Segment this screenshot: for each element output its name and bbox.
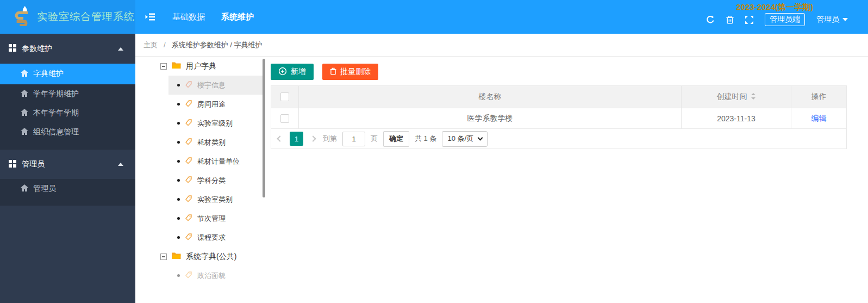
- tree-item-course-requirement[interactable]: 课程要求: [168, 228, 263, 247]
- refresh-icon[interactable]: [706, 15, 715, 24]
- bullet-icon: [177, 217, 180, 220]
- clear-cache-trash-icon[interactable]: [726, 15, 734, 24]
- top-menu: 基础数据 系统维护: [135, 0, 262, 34]
- column-header-created-time[interactable]: 创建时间: [681, 86, 791, 108]
- total-count-label: 共 1 条: [415, 134, 436, 144]
- edit-link[interactable]: 编辑: [811, 114, 827, 123]
- sidebar-item-current-year-term[interactable]: 本年学年学期: [0, 103, 135, 122]
- column-label: 创建时间: [717, 92, 747, 102]
- tree-item-consumable-category[interactable]: 耗材类别: [168, 133, 263, 152]
- user-name: 管理员: [816, 15, 839, 24]
- tree-item-lab-category[interactable]: 实验室类别: [168, 190, 263, 209]
- bullet-icon: [177, 274, 180, 277]
- tree-item-label: 课程要求: [197, 233, 226, 243]
- folder-icon: [172, 61, 181, 71]
- sort-icon[interactable]: [751, 92, 756, 102]
- tag-icon: [185, 214, 192, 223]
- column-label: 楼名称: [479, 92, 502, 102]
- column-header-action: 操作: [791, 86, 846, 108]
- tab-basic-data[interactable]: 基础数据: [164, 12, 213, 22]
- logo-icon: [13, 5, 32, 28]
- bullet-icon: [177, 179, 180, 182]
- home-icon: [21, 184, 28, 193]
- table-header-row: 楼名称 创建时间 操作: [271, 86, 846, 108]
- confirm-page-button[interactable]: 确定: [383, 131, 409, 147]
- tag-icon: [185, 233, 192, 242]
- column-label: 操作: [811, 92, 827, 102]
- tree-item-building-info[interactable]: 楼宇信息: [168, 76, 263, 95]
- prev-page-icon[interactable]: [276, 137, 284, 141]
- collapse-sidebar-icon[interactable]: [145, 13, 155, 21]
- fullscreen-icon[interactable]: [745, 16, 753, 24]
- tree-group-user-dict[interactable]: 用户字典: [160, 57, 266, 76]
- tag-icon: [185, 195, 192, 204]
- tree-item-label: 实验室类别: [197, 195, 233, 205]
- chevron-up-icon: [118, 163, 123, 166]
- next-page-icon[interactable]: [309, 137, 317, 141]
- tree-item-consumable-unit[interactable]: 耗材计量单位: [168, 152, 263, 171]
- select-all-checkbox[interactable]: [280, 92, 289, 101]
- batch-delete-button[interactable]: 批量删除: [322, 64, 378, 80]
- tree-item-lab-level[interactable]: 实验室级别: [168, 114, 263, 133]
- pagination-bar: 1 到第 页 确定 共 1 条 10 条/页: [271, 128, 846, 149]
- tree-item-label: 实验室级别: [197, 119, 233, 128]
- sidebar-section-params: 参数维护 字典维护 学年学期维护 本年学年学期: [0, 34, 135, 149]
- tag-icon: [185, 81, 192, 90]
- tag-icon: [185, 138, 192, 147]
- tree-group-system-dict[interactable]: 系统字典(公共): [160, 247, 266, 266]
- bullet-icon: [177, 103, 180, 106]
- sidebar-item-label: 组织信息管理: [33, 127, 79, 137]
- grid-icon: [9, 160, 16, 169]
- tree-item-label: 楼宇信息: [197, 81, 226, 90]
- tree-group-label: 用户字典: [186, 61, 216, 71]
- batch-delete-button-label: 批量删除: [340, 67, 371, 77]
- sidebar-item-label: 本年学年学期: [33, 108, 79, 118]
- buildings-table: 楼名称 创建时间 操作 医学系教学楼 2023-11-13 编辑: [271, 85, 847, 149]
- tree-item-political-status[interactable]: 政治面貌: [168, 266, 263, 285]
- sidebar-item-org-info[interactable]: 组织信息管理: [0, 122, 135, 141]
- page-size-select[interactable]: 10 条/页: [442, 131, 488, 147]
- tree-item-label: 耗材计量单位: [197, 157, 240, 166]
- sidebar-item-dict-maintenance[interactable]: 字典维护: [0, 64, 135, 84]
- main-content: 新增 批量删除 楼名称 创建时间: [266, 57, 868, 303]
- tree-scrollbar[interactable]: [263, 59, 265, 197]
- sidebar-item-school-year-term[interactable]: 学年学期维护: [0, 84, 135, 103]
- tree-item-room-usage[interactable]: 房间用途: [168, 95, 263, 114]
- trash-icon: [330, 67, 336, 77]
- sidebar-item-label: 学年学期维护: [33, 89, 79, 99]
- home-icon: [21, 70, 28, 78]
- tree-item-label: 耗材类别: [197, 138, 226, 147]
- row-checkbox[interactable]: [280, 114, 289, 123]
- app-title: 实验室综合管理系统: [37, 10, 135, 24]
- user-menu[interactable]: 管理员: [816, 15, 848, 24]
- add-button[interactable]: 新增: [271, 64, 314, 80]
- tab-system-maintenance[interactable]: 系统维护: [213, 12, 262, 22]
- tree-item-session-management[interactable]: 节次管理: [168, 209, 263, 228]
- collapse-minus-icon[interactable]: [160, 63, 167, 70]
- collapse-minus-icon[interactable]: [160, 253, 167, 260]
- sidebar-item-label: 字典维护: [33, 69, 64, 79]
- tree-item-subject-category[interactable]: 学科分类: [168, 171, 263, 190]
- sidebar-item-admin[interactable]: 管理员: [0, 179, 135, 198]
- column-header-building-name[interactable]: 楼名称: [298, 86, 681, 108]
- sidebar-section-params-header[interactable]: 参数维护: [0, 34, 135, 64]
- bullet-icon: [177, 198, 180, 201]
- table-row: 医学系教学楼 2023-11-13 编辑: [271, 108, 846, 128]
- sidebar-section-label: 参数维护: [22, 44, 52, 54]
- cell-building-name: 医学系教学楼: [298, 108, 681, 128]
- role-badge[interactable]: 管理员端: [765, 13, 805, 26]
- folder-icon: [172, 252, 181, 261]
- current-page-button[interactable]: 1: [290, 132, 303, 146]
- sidebar: 参数维护 字典维护 学年学期维护 本年学年学期: [0, 34, 135, 303]
- tree-item-label: 学科分类: [197, 176, 226, 185]
- goto-label: 到第: [323, 134, 337, 144]
- breadcrumb: 主页 / 系统维护参数维护 / 字典维护: [135, 34, 868, 57]
- top-header: 实验室综合管理系统 基础数据 系统维护 2023-2024(第一学期): [0, 0, 868, 34]
- tag-icon: [185, 100, 192, 109]
- sidebar-section-admin-header[interactable]: 管理员: [0, 149, 135, 179]
- cell-created-time: 2023-11-13: [681, 108, 791, 128]
- breadcrumb-separator: /: [164, 41, 166, 49]
- add-button-label: 新增: [291, 67, 306, 77]
- breadcrumb-home[interactable]: 主页: [143, 40, 158, 50]
- goto-page-input[interactable]: [342, 132, 365, 146]
